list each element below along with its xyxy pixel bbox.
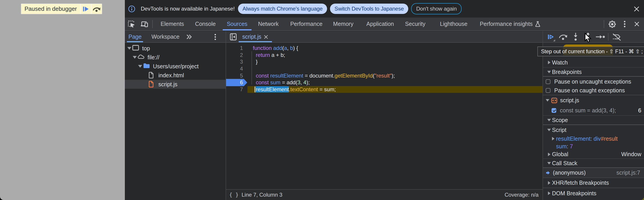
tab-memory[interactable]: Memory — [329, 17, 358, 30]
expander-triangle-icon[interactable] — [546, 71, 552, 73]
pause-on-uncaught-exceptions[interactable]: Pause on uncaught exceptions — [543, 77, 644, 86]
overlay-step-over-button[interactable] — [91, 4, 102, 14]
expander-triangle-icon[interactable] — [127, 47, 132, 50]
section-dom-breakpoints[interactable]: DOM Breakpoints — [543, 188, 644, 199]
switch-devtools-japanese-button[interactable]: Switch DevTools to Japanese — [330, 3, 408, 14]
expander-triangle-icon[interactable] — [132, 56, 138, 59]
overlay-resume-button[interactable] — [80, 4, 91, 14]
gutter-line-1[interactable]: 1 — [226, 45, 248, 52]
tab-application[interactable]: Application — [362, 17, 398, 30]
expander-triangle-icon[interactable] — [546, 129, 552, 131]
code-line-2[interactable]: 2 return a + b; — [226, 52, 542, 59]
expander-triangle-icon[interactable] — [546, 61, 552, 64]
navigator-tab-workspace[interactable]: Workspace — [150, 31, 181, 42]
breakpoint-checkbox[interactable] — [552, 108, 556, 113]
section-watch[interactable]: Watch — [543, 58, 644, 67]
expander-triangle-icon[interactable] — [546, 181, 552, 185]
code-token: . — [289, 86, 290, 92]
const-sum-add-3-4[interactable]: const sum = add(3, 4);6 — [543, 105, 644, 115]
gutter-line-7[interactable]: 7 — [226, 86, 248, 93]
section-call-stack[interactable]: Call Stack — [543, 158, 644, 168]
expander-triangle-icon[interactable] — [546, 119, 552, 121]
code-line-7[interactable]: 7 resultElement.textContent = sum; — [226, 86, 542, 93]
always-match-language-button[interactable]: Always match Chrome's language — [238, 3, 327, 14]
expander-triangle-icon[interactable] — [545, 99, 550, 102]
step-over-button[interactable] — [557, 31, 569, 42]
navigator-tab-page[interactable]: Page — [127, 31, 143, 42]
line-number: 4 — [240, 66, 243, 72]
breakpoint-marker[interactable] — [226, 79, 247, 86]
settings-gear-icon[interactable] — [608, 20, 616, 28]
gutter-line-3[interactable]: 3 — [226, 58, 248, 65]
code-line-6[interactable]: 6 const sum = add(3, 4); — [226, 79, 542, 86]
resume-script-button[interactable] — [544, 31, 557, 42]
infobar-close-button[interactable] — [633, 5, 640, 12]
checkbox-pause-on-uncaught-exceptions[interactable] — [546, 79, 550, 84]
tab-performance-insights[interactable]: Performance insights — [476, 17, 544, 30]
frame-icon — [132, 45, 139, 52]
section-breakpoints[interactable]: Breakpoints — [543, 67, 644, 77]
code-token: function — [253, 45, 272, 51]
call-frame-name: (anonymous) — [553, 170, 586, 176]
tab-label: Memory — [333, 21, 354, 27]
tree-item-top[interactable]: top — [125, 44, 226, 53]
code-line-5[interactable]: 5 const resultElement = document.getElem… — [226, 72, 542, 79]
tab-label: Network — [258, 21, 279, 27]
section-scope[interactable]: Scope — [543, 115, 644, 125]
tab-console[interactable]: Console — [191, 17, 220, 30]
script[interactable]: Script — [543, 125, 644, 135]
script-js[interactable]: script.js — [543, 95, 644, 105]
code-token: 4 — [304, 79, 306, 85]
code-editor[interactable]: 1function add(a, b) {2 return a + b;3 }4… — [226, 43, 542, 189]
anonymous[interactable]: (anonymous)script.js:7 — [543, 168, 644, 178]
navigator-kebab-icon[interactable] — [214, 34, 216, 40]
tree-item-users-user-project[interactable]: Users/user/project — [125, 62, 226, 71]
line-number: 1 — [240, 45, 243, 51]
tab-label: Lighthouse — [440, 21, 468, 27]
editor-tab-close-icon[interactable] — [264, 35, 268, 39]
expander-triangle-icon[interactable] — [546, 162, 552, 165]
tab-security[interactable]: Security — [401, 17, 430, 30]
expander-triangle-icon[interactable] — [546, 153, 552, 156]
active-call-frame-arrow-icon — [546, 171, 550, 175]
checkbox-pause-on-caught-exceptions[interactable] — [546, 88, 550, 93]
collapse-navigator-icon[interactable] — [230, 33, 237, 40]
more-options-kebab-icon[interactable] — [624, 21, 626, 27]
section-xhr-fetch-breakpoints[interactable]: XHR/fetch Breakpoints — [543, 178, 644, 188]
tab-network[interactable]: Network — [254, 17, 283, 30]
property[interactable]: sum: 7 — [543, 143, 644, 150]
gutter-line-2[interactable]: 2 — [226, 52, 248, 59]
editor-tab-scriptjs[interactable]: script.js — [239, 31, 272, 42]
gutter-line-5[interactable]: 5 — [226, 72, 248, 79]
code-line-3[interactable]: 3 } — [226, 58, 542, 65]
deactivate-breakpoints-button[interactable] — [610, 31, 623, 42]
more-tabs-chevron-icon[interactable] — [186, 34, 192, 39]
expander-triangle-icon[interactable] — [550, 137, 556, 140]
tab-performance[interactable]: Performance — [286, 17, 326, 30]
step-into-button[interactable] — [569, 31, 582, 42]
tree-item-label: file:// — [148, 54, 160, 61]
dont-show-again-button[interactable]: Don't show again — [411, 3, 462, 14]
devtools-close-icon[interactable] — [633, 20, 640, 28]
gutter-line-6[interactable]: 6 — [226, 79, 248, 86]
pretty-print-icon[interactable]: { } — [229, 192, 236, 198]
property[interactable]: resultElement: div#result — [543, 135, 644, 143]
tab-sources[interactable]: Sources — [223, 17, 252, 30]
expander-triangle-icon[interactable] — [138, 65, 143, 68]
tabbar-right-divider — [604, 20, 604, 28]
expander-triangle-icon[interactable] — [546, 192, 552, 195]
tab-lighthouse[interactable]: Lighthouse — [436, 17, 472, 30]
code-line-1[interactable]: 1function add(a, b) { — [226, 45, 542, 52]
tab-elements[interactable]: Elements — [156, 17, 188, 30]
selected-token: resultElement — [256, 86, 289, 92]
code-line-4[interactable]: 4 — [226, 65, 542, 72]
global[interactable]: GlobalWindow — [543, 150, 644, 158]
tree-item-file[interactable]: file:// — [125, 53, 226, 62]
tree-item-index-html[interactable]: index.html — [125, 71, 226, 80]
gutter-line-4[interactable]: 4 — [226, 65, 248, 72]
code-token — [253, 73, 256, 79]
step-button[interactable] — [594, 31, 606, 42]
language-infobar: DevTools is now available in Japanese! A… — [125, 0, 644, 17]
tree-item-script-js[interactable]: script.js — [125, 80, 226, 89]
pause-on-caught-exceptions[interactable]: Pause on caught exceptions — [543, 86, 644, 95]
